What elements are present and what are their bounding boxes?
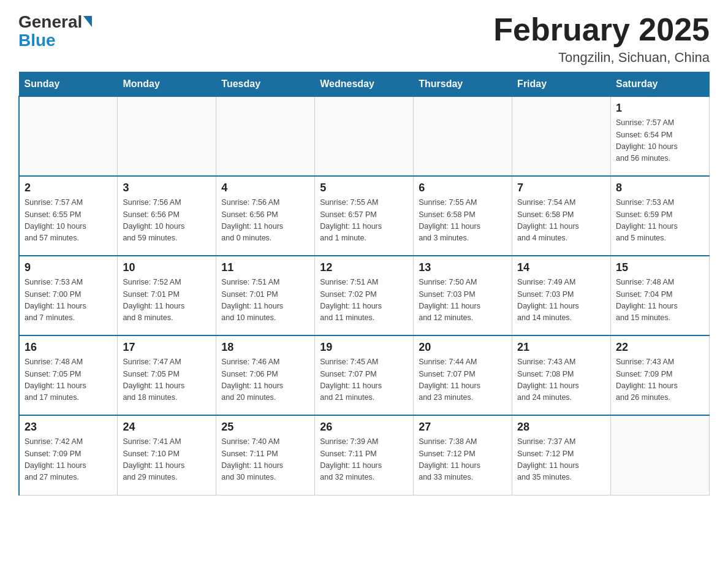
day-number: 27 — [419, 421, 507, 434]
day-number: 13 — [419, 261, 507, 274]
day-info: Sunrise: 7:48 AMSunset: 7:04 PMDaylight:… — [616, 277, 704, 324]
day-info: Sunrise: 7:52 AMSunset: 7:01 PMDaylight:… — [123, 277, 211, 324]
day-number: 21 — [517, 341, 605, 354]
calendar-cell: 26Sunrise: 7:39 AMSunset: 7:11 PMDayligh… — [315, 415, 414, 495]
day-info: Sunrise: 7:55 AMSunset: 6:58 PMDaylight:… — [419, 197, 507, 245]
calendar-title: February 2025 — [493, 12, 710, 47]
day-number: 14 — [517, 261, 605, 274]
calendar-cell: 9Sunrise: 7:53 AMSunset: 7:00 PMDaylight… — [19, 256, 118, 335]
day-info: Sunrise: 7:43 AMSunset: 7:09 PMDaylight:… — [616, 356, 704, 404]
calendar-cell: 5Sunrise: 7:55 AMSunset: 6:57 PMDaylight… — [315, 176, 414, 256]
day-info: Sunrise: 7:53 AMSunset: 6:59 PMDaylight:… — [616, 197, 704, 245]
weekday-header-wednesday: Wednesday — [315, 72, 414, 97]
calendar-cell: 25Sunrise: 7:40 AMSunset: 7:11 PMDayligh… — [216, 415, 315, 495]
day-number: 10 — [123, 261, 211, 274]
calendar-cell: 13Sunrise: 7:50 AMSunset: 7:03 PMDayligh… — [414, 256, 512, 335]
day-number: 4 — [221, 182, 309, 194]
calendar-cell: 24Sunrise: 7:41 AMSunset: 7:10 PMDayligh… — [118, 415, 216, 495]
day-info: Sunrise: 7:54 AMSunset: 6:58 PMDaylight:… — [517, 197, 605, 245]
logo-general-text: General — [18, 12, 82, 32]
day-info: Sunrise: 7:42 AMSunset: 7:09 PMDaylight:… — [25, 436, 112, 484]
day-number: 18 — [221, 341, 309, 354]
day-number: 23 — [25, 421, 112, 434]
calendar-subtitle: Tongzilin, Sichuan, China — [493, 50, 710, 66]
day-number: 19 — [320, 341, 408, 354]
day-number: 24 — [123, 421, 211, 434]
calendar-cell: 15Sunrise: 7:48 AMSunset: 7:04 PMDayligh… — [611, 256, 710, 335]
calendar-cell: 23Sunrise: 7:42 AMSunset: 7:09 PMDayligh… — [19, 415, 118, 495]
day-number: 2 — [25, 182, 112, 194]
day-number: 22 — [616, 341, 704, 354]
day-number: 28 — [517, 421, 605, 434]
calendar-cell: 10Sunrise: 7:52 AMSunset: 7:01 PMDayligh… — [118, 256, 216, 335]
day-info: Sunrise: 7:40 AMSunset: 7:11 PMDaylight:… — [221, 436, 309, 484]
day-info: Sunrise: 7:44 AMSunset: 7:07 PMDaylight:… — [419, 356, 507, 404]
day-info: Sunrise: 7:51 AMSunset: 7:01 PMDaylight:… — [221, 277, 309, 324]
calendar-cell: 22Sunrise: 7:43 AMSunset: 7:09 PMDayligh… — [611, 335, 710, 415]
calendar-cell — [315, 96, 414, 176]
day-info: Sunrise: 7:41 AMSunset: 7:10 PMDaylight:… — [123, 436, 211, 484]
weekday-header-row: SundayMondayTuesdayWednesdayThursdayFrid… — [19, 72, 710, 97]
day-number: 7 — [517, 182, 605, 194]
day-number: 25 — [221, 421, 309, 434]
calendar-cell: 7Sunrise: 7:54 AMSunset: 6:58 PMDaylight… — [512, 176, 611, 256]
calendar-table: SundayMondayTuesdayWednesdayThursdayFrid… — [18, 72, 710, 496]
weekday-header-friday: Friday — [512, 72, 611, 97]
calendar-cell — [512, 96, 611, 176]
calendar-cell: 28Sunrise: 7:37 AMSunset: 7:12 PMDayligh… — [512, 415, 611, 495]
calendar-week-4: 16Sunrise: 7:48 AMSunset: 7:05 PMDayligh… — [19, 335, 710, 415]
day-info: Sunrise: 7:47 AMSunset: 7:05 PMDaylight:… — [123, 356, 211, 404]
weekday-header-monday: Monday — [118, 72, 216, 97]
calendar-cell: 1Sunrise: 7:57 AMSunset: 6:54 PMDaylight… — [611, 96, 710, 176]
day-number: 9 — [25, 261, 112, 274]
calendar-week-2: 2Sunrise: 7:57 AMSunset: 6:55 PMDaylight… — [19, 176, 710, 256]
day-number: 8 — [616, 182, 704, 194]
calendar-week-3: 9Sunrise: 7:53 AMSunset: 7:00 PMDaylight… — [19, 256, 710, 335]
day-info: Sunrise: 7:48 AMSunset: 7:05 PMDaylight:… — [25, 356, 112, 404]
weekday-header-thursday: Thursday — [414, 72, 512, 97]
logo-blue-text: Blue — [18, 31, 92, 50]
calendar-cell: 8Sunrise: 7:53 AMSunset: 6:59 PMDaylight… — [611, 176, 710, 256]
day-info: Sunrise: 7:56 AMSunset: 6:56 PMDaylight:… — [123, 197, 211, 245]
day-number: 15 — [616, 261, 704, 274]
day-info: Sunrise: 7:46 AMSunset: 7:06 PMDaylight:… — [221, 356, 309, 404]
day-number: 5 — [320, 182, 408, 194]
day-number: 11 — [221, 261, 309, 274]
calendar-cell: 2Sunrise: 7:57 AMSunset: 6:55 PMDaylight… — [19, 176, 118, 256]
page-header: General Blue February 2025 Tongzilin, Si… — [18, 12, 710, 66]
day-number: 6 — [419, 182, 507, 194]
calendar-cell: 18Sunrise: 7:46 AMSunset: 7:06 PMDayligh… — [216, 335, 315, 415]
day-info: Sunrise: 7:57 AMSunset: 6:54 PMDaylight:… — [616, 117, 704, 165]
weekday-header-saturday: Saturday — [611, 72, 710, 97]
calendar-cell — [19, 96, 118, 176]
day-info: Sunrise: 7:49 AMSunset: 7:03 PMDaylight:… — [517, 277, 605, 324]
day-info: Sunrise: 7:50 AMSunset: 7:03 PMDaylight:… — [419, 277, 507, 324]
calendar-cell: 19Sunrise: 7:45 AMSunset: 7:07 PMDayligh… — [315, 335, 414, 415]
day-info: Sunrise: 7:43 AMSunset: 7:08 PMDaylight:… — [517, 356, 605, 404]
title-block: February 2025 Tongzilin, Sichuan, China — [493, 12, 710, 66]
day-number: 16 — [25, 341, 112, 354]
calendar-week-1: 1Sunrise: 7:57 AMSunset: 6:54 PMDaylight… — [19, 96, 710, 176]
calendar-cell: 17Sunrise: 7:47 AMSunset: 7:05 PMDayligh… — [118, 335, 216, 415]
calendar-cell: 20Sunrise: 7:44 AMSunset: 7:07 PMDayligh… — [414, 335, 512, 415]
day-info: Sunrise: 7:53 AMSunset: 7:00 PMDaylight:… — [25, 277, 112, 324]
calendar-cell: 16Sunrise: 7:48 AMSunset: 7:05 PMDayligh… — [19, 335, 118, 415]
weekday-header-sunday: Sunday — [19, 72, 118, 97]
day-number: 26 — [320, 421, 408, 434]
weekday-header-tuesday: Tuesday — [216, 72, 315, 97]
day-info: Sunrise: 7:57 AMSunset: 6:55 PMDaylight:… — [25, 197, 112, 245]
day-info: Sunrise: 7:51 AMSunset: 7:02 PMDaylight:… — [320, 277, 408, 324]
calendar-cell — [611, 415, 710, 495]
calendar-cell: 6Sunrise: 7:55 AMSunset: 6:58 PMDaylight… — [414, 176, 512, 256]
calendar-cell — [216, 96, 315, 176]
calendar-cell: 27Sunrise: 7:38 AMSunset: 7:12 PMDayligh… — [414, 415, 512, 495]
day-number: 1 — [616, 102, 704, 115]
calendar-cell: 4Sunrise: 7:56 AMSunset: 6:56 PMDaylight… — [216, 176, 315, 256]
calendar-cell: 11Sunrise: 7:51 AMSunset: 7:01 PMDayligh… — [216, 256, 315, 335]
day-number: 12 — [320, 261, 408, 274]
calendar-cell — [414, 96, 512, 176]
calendar-cell: 3Sunrise: 7:56 AMSunset: 6:56 PMDaylight… — [118, 176, 216, 256]
calendar-cell: 21Sunrise: 7:43 AMSunset: 7:08 PMDayligh… — [512, 335, 611, 415]
calendar-cell: 14Sunrise: 7:49 AMSunset: 7:03 PMDayligh… — [512, 256, 611, 335]
calendar-week-5: 23Sunrise: 7:42 AMSunset: 7:09 PMDayligh… — [19, 415, 710, 495]
